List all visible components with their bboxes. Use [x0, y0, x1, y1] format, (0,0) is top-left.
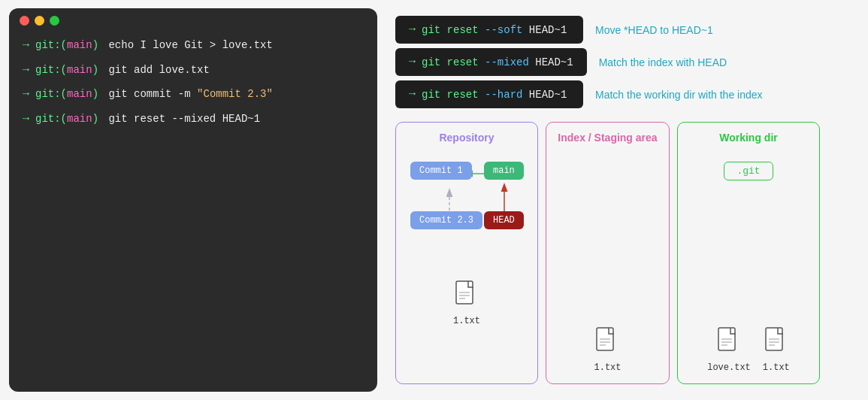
arrow-icon: →	[23, 38, 29, 55]
workdir-file-1txt: 1.txt	[763, 362, 790, 373]
reset-mixed-description: Match the index with HEAD	[599, 56, 727, 68]
repository-box: Repository	[395, 122, 538, 384]
main-label: main	[484, 162, 524, 180]
file-icon	[596, 327, 618, 359]
reset-mixed-button[interactable]: → git reset --mixed HEAD~1	[395, 48, 587, 76]
commit1-label: Commit 1	[410, 162, 472, 180]
reset-hard-text: git reset --hard HEAD~1	[422, 89, 567, 101]
branch: main	[67, 62, 92, 78]
main-node: main	[484, 162, 524, 180]
command-row-hard: → git reset --hard HEAD~1 Match the work…	[395, 80, 860, 108]
index-files: 1.txt	[594, 318, 621, 373]
prompt-end: )	[92, 38, 98, 53]
prompt: git:(	[35, 62, 67, 78]
workdir-files: love.txt 1.txt	[707, 318, 790, 373]
cmd-arrow-icon: →	[409, 23, 416, 36]
file-icon	[455, 280, 478, 313]
arrow-icon: →	[23, 111, 29, 129]
minimize-dot[interactable]	[35, 16, 44, 26]
prompt-end: )	[92, 62, 98, 78]
command-text: git reset --mixed HEAD~1	[102, 111, 260, 127]
prompt-end: )	[92, 111, 98, 127]
right-panel: → git reset --soft HEAD~1 Move *HEAD to …	[385, 8, 868, 392]
terminal-line: → git:(main) echo I love Git > love.txt	[23, 38, 364, 55]
command-text: git add love.txt	[102, 62, 210, 78]
reset-hard-button[interactable]: → git reset --hard HEAD~1	[395, 80, 583, 108]
file-icon	[718, 327, 740, 359]
file-item: 1.txt	[594, 327, 621, 373]
file-icon	[765, 327, 788, 359]
file-item: 1.txt	[453, 280, 480, 326]
branch: main	[67, 111, 92, 127]
repository-title: Repository	[439, 132, 494, 144]
branch: main	[67, 38, 92, 53]
terminal-line: → git:(main) git commit -m "Commit 2.3"	[23, 86, 364, 104]
terminal-titlebar	[9, 8, 377, 33]
prompt-end: )	[92, 86, 98, 102]
reset-soft-button[interactable]: → git reset --soft HEAD~1	[395, 16, 583, 44]
head-label: HEAD	[484, 211, 524, 229]
index-title: Index / Staging area	[558, 132, 657, 144]
index-file-label: 1.txt	[594, 362, 621, 373]
reset-hard-description: Match the working dir with the index	[595, 89, 763, 101]
prompt: git:(	[35, 111, 67, 127]
maximize-dot[interactable]	[50, 16, 59, 26]
reset-soft-text: git reset --soft HEAD~1	[422, 24, 567, 36]
cmd-arrow-icon: →	[409, 88, 416, 101]
branch: main	[67, 86, 92, 102]
index-box: Index / Staging area 1.txt	[546, 122, 670, 384]
git-box: .git	[724, 162, 773, 180]
commit-graph: Commit 1 main Commit 2.3 HEAD	[403, 151, 531, 249]
cmd-arrow-icon: →	[409, 56, 416, 68]
arrow-icon: →	[23, 86, 29, 104]
repo-files: 1.txt	[453, 271, 480, 326]
terminal-window: → git:(main) echo I love Git > love.txt …	[9, 8, 377, 392]
commands-section: → git reset --soft HEAD~1 Move *HEAD to …	[395, 16, 860, 108]
close-dot[interactable]	[20, 16, 29, 26]
command-text: git commit -m "Commit 2.3"	[102, 86, 273, 102]
terminal-line: → git:(main) git add love.txt	[23, 62, 364, 80]
prompt: git:(	[35, 38, 67, 53]
file-item: love.txt	[707, 327, 751, 373]
terminal-line: → git:(main) git reset --mixed HEAD~1	[23, 111, 364, 129]
command-row-soft: → git reset --soft HEAD~1 Move *HEAD to …	[395, 16, 860, 44]
commit23-node: Commit 2.3	[410, 211, 482, 229]
reset-mixed-text: git reset --mixed HEAD~1	[422, 56, 573, 68]
file-item: 1.txt	[763, 327, 790, 373]
head-node: HEAD	[484, 211, 524, 229]
workdir-title: Working dir	[719, 132, 778, 144]
commit1-node: Commit 1	[410, 162, 472, 180]
terminal-body: → git:(main) echo I love Git > love.txt …	[9, 33, 377, 392]
command-text: echo I love Git > love.txt	[102, 38, 273, 53]
reset-soft-description: Move *HEAD to HEAD~1	[595, 24, 713, 36]
workdir-file-love: love.txt	[707, 362, 751, 373]
arrow-icon: →	[23, 62, 29, 80]
commit23-label: Commit 2.3	[410, 211, 482, 229]
repo-file-label: 1.txt	[453, 316, 480, 326]
prompt: git:(	[35, 86, 67, 102]
diagram-section: Repository	[395, 122, 860, 384]
command-row-mixed: → git reset --mixed HEAD~1 Match the ind…	[395, 48, 860, 76]
workdir-box: Working dir .git love.	[677, 122, 820, 384]
